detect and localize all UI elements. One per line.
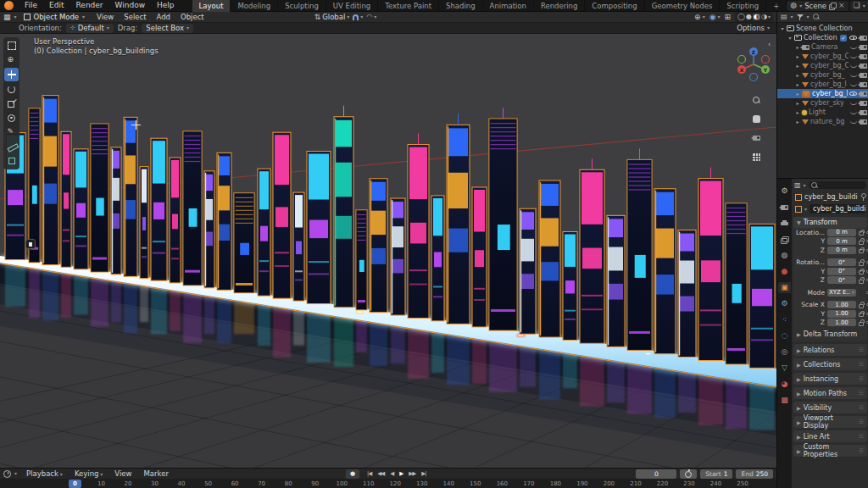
- transform-value-field[interactable]: 0°: [827, 258, 856, 266]
- transform-value-field[interactable]: 0 m: [827, 247, 856, 254]
- orientation-setting-dropdown[interactable]: ⊹ Default ▾: [66, 24, 114, 33]
- building[interactable]: [607, 215, 625, 347]
- proportional-editing[interactable]: ◠ ▾: [366, 14, 376, 20]
- menu-file[interactable]: File: [19, 1, 43, 9]
- disclosure-arrow[interactable]: ▸: [795, 72, 800, 78]
- orientation-selector[interactable]: ⇅ Global ▾: [314, 13, 350, 21]
- section-line-art[interactable]: ▶Line Art☰: [793, 430, 867, 442]
- properties-tab-world[interactable]: ●: [778, 266, 791, 277]
- snapping-toggle[interactable]: ▾: [353, 14, 363, 20]
- building[interactable]: [580, 158, 604, 343]
- building[interactable]: [74, 149, 88, 269]
- prev-keyframe-button[interactable]: ◀◀: [375, 469, 387, 478]
- next-keyframe-button[interactable]: ▶▶: [406, 469, 418, 478]
- gizmo-neg-z-axis[interactable]: [750, 74, 758, 81]
- outliner-row[interactable]: ▾Scene Collection: [777, 24, 868, 33]
- add-workspace-tab[interactable]: +: [766, 0, 787, 12]
- frame-end-field[interactable]: End 250: [736, 469, 773, 479]
- play-button[interactable]: ▶: [397, 469, 405, 478]
- building[interactable]: [431, 196, 444, 321]
- gizmo-neg-x-axis[interactable]: [762, 56, 770, 64]
- scene-selector[interactable]: ◍▾ Scene ×: [787, 1, 848, 11]
- menu-window[interactable]: Window: [109, 1, 152, 9]
- annotate-tool[interactable]: [4, 125, 19, 139]
- building[interactable]: [42, 96, 58, 265]
- exclude-checkbox[interactable]: ✓: [840, 35, 847, 42]
- transform-value-field[interactable]: 1.00: [827, 301, 856, 308]
- tab-texture-paint[interactable]: Texture Paint: [378, 0, 439, 12]
- editor-type-icon[interactable]: ▦: [3, 14, 11, 21]
- timeline-menu-keying[interactable]: Keying ▾: [69, 469, 108, 480]
- shading-solid-icon[interactable]: ●: [746, 14, 752, 20]
- building[interactable]: [726, 203, 747, 364]
- building[interactable]: [447, 114, 470, 324]
- cursor-tool[interactable]: [4, 53, 19, 67]
- building[interactable]: [234, 193, 254, 293]
- viewport-menu-view[interactable]: View: [92, 13, 119, 21]
- disable-render-icon[interactable]: [860, 73, 867, 78]
- hide-eye-icon[interactable]: [850, 102, 857, 105]
- building[interactable]: [356, 210, 367, 310]
- hide-eye-icon[interactable]: [850, 55, 857, 58]
- building[interactable]: [217, 152, 231, 290]
- properties-tab-scene[interactable]: ◍: [778, 250, 791, 261]
- properties-tab-texture[interactable]: ▩: [778, 395, 791, 406]
- building[interactable]: [472, 187, 487, 327]
- properties-tab-render[interactable]: [778, 202, 791, 213]
- lock-icon[interactable]: [859, 241, 864, 245]
- lock-icon[interactable]: [859, 322, 864, 326]
- outliner-row[interactable]: ▾Collection✓: [777, 33, 868, 42]
- drag-setting-dropdown[interactable]: Select Box ▾: [142, 24, 193, 33]
- outliner-row[interactable]: ▸cyber_bg_l: [777, 89, 868, 98]
- building[interactable]: [91, 124, 108, 272]
- viewport-scene[interactable]: [0, 34, 776, 468]
- scene-name[interactable]: Scene: [804, 2, 826, 10]
- sidebar-toggle[interactable]: ‹: [768, 41, 771, 48]
- building[interactable]: [204, 171, 214, 288]
- building[interactable]: [334, 106, 353, 308]
- properties-search-field[interactable]: [809, 181, 866, 189]
- pin-icon[interactable]: [860, 193, 865, 201]
- properties-tab-physics[interactable]: ◌: [778, 330, 791, 341]
- viewport-menu-select[interactable]: Select: [119, 13, 151, 21]
- hide-eye-icon[interactable]: [850, 111, 857, 114]
- show-gizmos-toggle[interactable]: ⊕▾: [694, 14, 705, 21]
- viewport-menu-add[interactable]: Add: [152, 13, 175, 21]
- viewport-menu-object[interactable]: Object: [175, 13, 209, 21]
- disable-render-icon[interactable]: [860, 45, 867, 50]
- mode-selector[interactable]: Object Mode ▾: [20, 13, 89, 21]
- hide-eye-icon[interactable]: [849, 92, 857, 96]
- grid-ortho-icon[interactable]: [749, 150, 763, 164]
- tab-modeling[interactable]: Modeling: [231, 0, 278, 12]
- disclosure-arrow[interactable]: ▾: [787, 35, 793, 41]
- tab-compositing[interactable]: Compositing: [585, 0, 644, 12]
- editor-type-icon[interactable]: [3, 470, 11, 478]
- building[interactable]: [124, 117, 137, 276]
- filter-icon[interactable]: [797, 14, 804, 20]
- transform-value-field[interactable]: 0°: [827, 268, 856, 275]
- building[interactable]: [258, 169, 270, 296]
- light-object-gizmo[interactable]: [25, 239, 36, 249]
- building[interactable]: [273, 132, 291, 298]
- disable-render-icon[interactable]: [860, 64, 867, 69]
- building[interactable]: [170, 158, 181, 283]
- section-custom-properties[interactable]: ▶Custom Properties☰: [793, 445, 867, 457]
- tab-scripting[interactable]: Scripting: [720, 0, 766, 12]
- view-layer-selector[interactable]: ❏▾ ViewLayer ×: [850, 1, 868, 11]
- section-viewport-display[interactable]: ▶Viewport Display☰: [793, 416, 867, 428]
- add-cube-tool[interactable]: [4, 154, 19, 168]
- rotate-tool[interactable]: [4, 82, 19, 96]
- disclosure-arrow[interactable]: ▸: [795, 119, 800, 125]
- building[interactable]: [627, 148, 652, 350]
- measure-tool[interactable]: [4, 140, 19, 153]
- building[interactable]: [370, 179, 387, 313]
- record-button[interactable]: ●: [346, 469, 359, 479]
- timeline-menu-view[interactable]: View: [108, 469, 137, 480]
- delta-transform-section[interactable]: ▶ Delta Transform: [793, 327, 867, 338]
- disable-render-icon[interactable]: [860, 119, 867, 125]
- lock-icon[interactable]: [859, 313, 864, 317]
- shading-wireframe-icon[interactable]: ◯: [737, 14, 745, 20]
- disable-render-icon[interactable]: [860, 82, 867, 87]
- editor-type-icon[interactable]: ▤: [781, 14, 787, 20]
- new-scene-icon[interactable]: [829, 3, 836, 9]
